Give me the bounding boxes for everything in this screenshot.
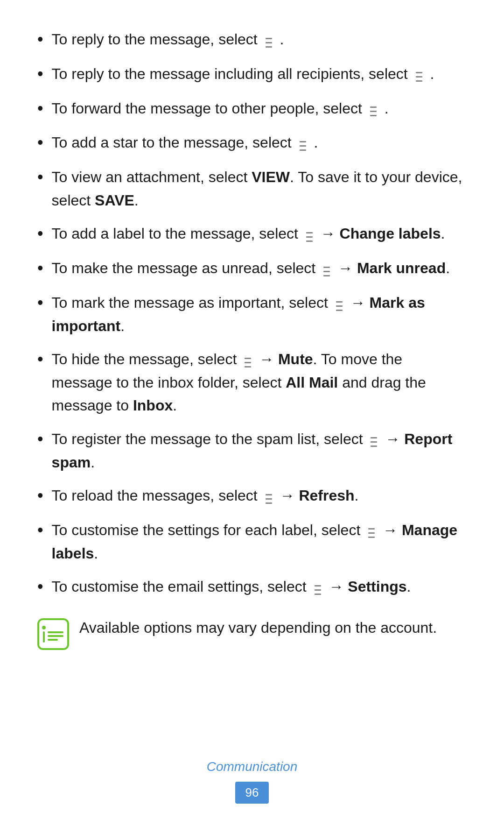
list-item: To customise the settings for each label… [37,519,467,565]
item-text: To reply to the message, select [52,31,258,48]
svg-rect-16 [323,271,330,272]
svg-rect-41 [48,639,58,641]
svg-rect-36 [38,619,68,649]
note-box: Available options may vary depending on … [37,616,467,650]
bold-action: Mark unread [357,260,446,276]
bold-inbox: Inbox [133,397,173,414]
svg-rect-37 [43,631,45,643]
svg-rect-0 [266,38,272,39]
menu-dots-icon [264,33,274,46]
svg-rect-21 [245,358,251,359]
bold-view: VIEW [252,169,290,185]
item-text: To view an attachment, select VIEW. To s… [52,169,462,209]
list-item: To customise the email settings, select … [37,575,467,600]
footer-page: 96 [235,782,269,804]
bullet-list: To reply to the message, select . To rep… [37,28,467,600]
item-text: To customise the settings for each label… [52,522,365,538]
svg-rect-9 [300,141,306,142]
svg-rect-10 [300,145,306,147]
note-icon [37,618,69,650]
footer: Communication 96 [0,757,504,804]
menu-dots-icon [264,489,274,502]
svg-rect-8 [370,115,377,116]
svg-rect-19 [336,305,343,307]
item-text: To add a star to the message, select [52,134,292,151]
svg-rect-35 [315,594,321,595]
svg-rect-14 [306,240,313,242]
svg-rect-13 [306,236,313,238]
menu-dots-icon [414,67,424,80]
menu-dots-icon [313,580,323,594]
list-item: To add a star to the message, select . [37,131,467,156]
bold-action: Change labels [340,225,441,242]
list-item: To register the message to the spam list… [37,428,467,474]
list-item: To reload the messages, select → Refresh… [37,484,467,509]
svg-rect-28 [266,498,272,500]
svg-rect-30 [368,528,375,530]
list-item: To forward the message to other people, … [37,97,467,121]
svg-rect-1 [266,42,272,43]
list-item: To reply to the message including all re… [37,63,467,87]
svg-rect-32 [368,537,375,538]
svg-rect-2 [266,46,272,48]
svg-rect-33 [315,585,321,587]
note-text: Available options may vary depending on … [79,616,437,640]
svg-rect-5 [416,80,422,82]
svg-rect-31 [368,532,375,534]
list-item: To hide the message, select → Mute. To m… [37,348,467,417]
item-text: To forward the message to other people, … [52,100,362,117]
list-item: To mark the message as important, select… [37,291,467,338]
menu-dots-icon [243,353,253,366]
svg-rect-20 [336,310,343,311]
footer-label: Communication [0,757,504,777]
svg-rect-26 [371,445,377,447]
item-text: To add a label to the message, select [52,225,302,242]
menu-dots-icon [298,136,308,149]
bold-allmail: All Mail [286,374,338,391]
svg-rect-27 [266,494,272,495]
svg-rect-18 [336,301,343,303]
svg-rect-17 [323,275,330,276]
item-text: To reload the messages, select [52,487,262,504]
bold-save: SAVE [95,192,134,209]
bold-mute: Mute [278,351,313,368]
svg-rect-3 [416,72,422,73]
bold-action: Refresh [299,487,354,504]
content-area: To reply to the message, select . To rep… [37,28,467,650]
svg-rect-11 [300,149,306,151]
list-item: To make the message as unread, select → … [37,257,467,281]
svg-rect-29 [266,502,272,504]
menu-dots-icon [304,227,315,240]
menu-dots-icon [334,297,344,310]
svg-rect-34 [315,589,321,591]
list-item: To add a label to the message, select → … [37,222,467,247]
menu-dots-icon [366,523,377,537]
item-text: To register the message to the spam list… [52,431,367,447]
menu-dots-icon [322,262,332,275]
svg-rect-23 [245,366,251,368]
bold-action: Settings [348,578,406,595]
svg-rect-40 [48,635,63,637]
list-item: To reply to the message, select . [37,28,467,52]
item-text: To customise the email settings, select [52,578,311,595]
item-text: To hide the message, select [52,351,241,368]
item-text: To make the message as unread, select [52,260,320,276]
svg-rect-24 [371,437,377,438]
list-item: To view an attachment, select VIEW. To s… [37,166,467,212]
svg-rect-39 [48,631,63,633]
svg-rect-22 [245,362,251,363]
svg-point-38 [42,626,46,629]
svg-rect-7 [370,111,377,112]
svg-rect-25 [371,441,377,443]
svg-rect-12 [306,232,313,233]
svg-rect-4 [416,76,422,78]
menu-dots-icon [369,432,379,445]
svg-rect-15 [323,267,330,268]
menu-dots-icon [368,102,378,115]
svg-rect-6 [370,106,377,108]
item-text: To reply to the message including all re… [52,65,408,82]
item-text: To mark the message as important, select [52,294,332,311]
